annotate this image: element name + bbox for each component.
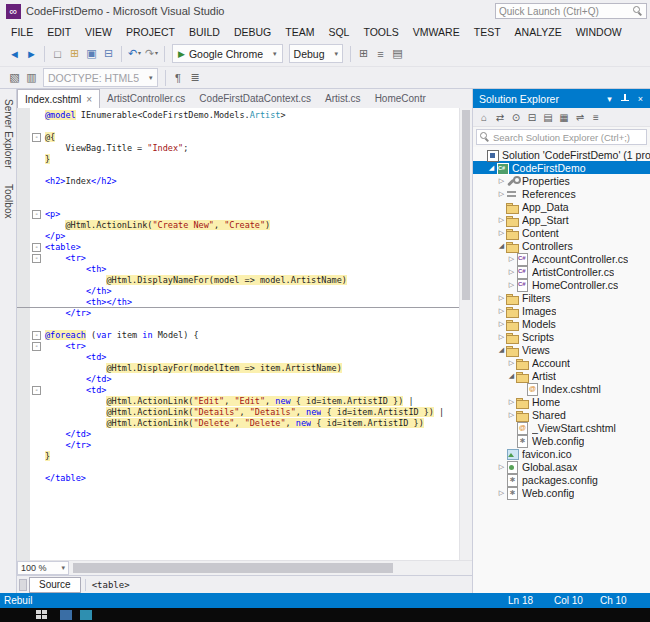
- tree-item-app-data[interactable]: App_Data: [473, 200, 650, 213]
- tree-item-home[interactable]: ▷Home: [473, 395, 650, 408]
- new-style-icon[interactable]: ▧: [6, 71, 23, 84]
- vertical-scrollbar-thumb[interactable]: [462, 110, 470, 300]
- chevron-collapsed-icon[interactable]: ▷: [507, 398, 516, 406]
- open-file-icon[interactable]: ⊞: [66, 47, 83, 60]
- tree-item-controllers[interactable]: ◢Controllers: [473, 239, 650, 252]
- chevron-expanded-icon[interactable]: ◢: [497, 242, 506, 250]
- menu-item-build[interactable]: BUILD: [182, 24, 227, 40]
- home-icon[interactable]: ⌂: [476, 112, 492, 123]
- close-icon[interactable]: ×: [633, 94, 648, 104]
- switch-views-icon[interactable]: ⇄: [492, 112, 508, 123]
- refresh-icon[interactable]: ⇌: [572, 112, 588, 123]
- fold-toggle-icon[interactable]: -: [32, 254, 41, 263]
- code-editor[interactable]: @model IEnumerable<CodeFirstDemo.Models.…: [17, 108, 472, 560]
- horizontal-scrollbar[interactable]: [69, 561, 459, 575]
- menu-item-analyze[interactable]: ANALYZE: [508, 24, 569, 40]
- fold-toggle-icon[interactable]: -: [32, 342, 41, 351]
- fold-toggle-icon[interactable]: -: [32, 331, 41, 340]
- tree-item-index-cshtml[interactable]: Index.cshtml: [473, 382, 650, 395]
- redo-icon[interactable]: ↷▾: [143, 47, 160, 60]
- chevron-down-icon[interactable]: ▾: [273, 50, 277, 58]
- editor-tab-codefirstdatacontext-cs[interactable]: CodeFirstDataContext.cs: [192, 89, 318, 108]
- menu-item-team[interactable]: TEAM: [278, 24, 321, 40]
- tree-item-favicon-ico[interactable]: favicon.ico: [473, 447, 650, 460]
- tree-item-artistcontroller-cs[interactable]: ▷ArtistController.cs: [473, 265, 650, 278]
- vertical-scrollbar[interactable]: [459, 108, 472, 560]
- chevron-collapsed-icon[interactable]: ▷: [497, 489, 506, 497]
- menu-item-view[interactable]: VIEW: [78, 24, 119, 40]
- fold-toggle-icon[interactable]: -: [32, 133, 41, 142]
- side-tab-server-explorer[interactable]: Server Explorer: [3, 99, 14, 168]
- chevron-expanded-icon[interactable]: ◢: [487, 164, 496, 172]
- tree-item-account[interactable]: ▷Account: [473, 356, 650, 369]
- tree-item-solution-codefirstdemo-1-project[interactable]: Solution 'CodeFirstDemo' (1 project): [473, 148, 650, 161]
- target-rule-icon[interactable]: ▥: [23, 71, 40, 84]
- find-in-files-icon[interactable]: ≡: [372, 48, 389, 60]
- tree-item-packages-config[interactable]: packages.config: [473, 473, 650, 486]
- chevron-collapsed-icon[interactable]: ▷: [497, 333, 506, 341]
- menu-item-window[interactable]: WINDOW: [569, 24, 629, 40]
- start-debugging-button[interactable]: ▶ Google Chrome ▾: [172, 44, 283, 63]
- chevron-collapsed-icon[interactable]: ▷: [497, 320, 506, 328]
- tree-item-shared[interactable]: ▷Shared: [473, 408, 650, 421]
- format-document-icon[interactable]: ¶: [170, 72, 187, 84]
- tree-item-models[interactable]: ▷Models: [473, 317, 650, 330]
- horizontal-scrollbar-thumb[interactable]: [73, 563, 393, 573]
- tree-item-codefirstdemo[interactable]: ◢CodeFirstDemo: [473, 161, 650, 174]
- tree-item-artist[interactable]: ◢Artist: [473, 369, 650, 382]
- chevron-expanded-icon[interactable]: ◢: [507, 372, 516, 380]
- editor-tab-artist-cs[interactable]: Artist.cs: [318, 89, 368, 108]
- outline-icon[interactable]: ≣: [187, 71, 204, 84]
- tree-item-views[interactable]: ◢Views: [473, 343, 650, 356]
- window-position-chevron-icon[interactable]: ▾: [602, 94, 617, 104]
- solution-search-input[interactable]: Search Solution Explorer (Ctrl+;): [476, 129, 647, 145]
- code-surface[interactable]: @model IEnumerable<CodeFirstDemo.Models.…: [17, 110, 459, 560]
- menu-item-project[interactable]: PROJECT: [119, 24, 182, 40]
- menu-item-debug[interactable]: DEBUG: [227, 24, 278, 40]
- tree-item-filters[interactable]: ▷Filters: [473, 291, 650, 304]
- solution-configuration-dropdown[interactable]: Debug ▾: [289, 44, 343, 63]
- tree-item-viewstart-cshtml[interactable]: _ViewStart.cshtml: [473, 421, 650, 434]
- undo-icon[interactable]: ↶▾: [126, 47, 143, 60]
- pending-changes-icon[interactable]: ⊙: [508, 112, 524, 123]
- nav-back-icon[interactable]: ◄: [6, 48, 23, 60]
- editor-tab-index-cshtml[interactable]: Index.cshtml×: [17, 89, 100, 108]
- taskbar-app-icon[interactable]: [80, 610, 92, 620]
- tree-item-homecontroller-cs[interactable]: ▷HomeController.cs: [473, 278, 650, 291]
- menu-item-vmware[interactable]: VMWARE: [406, 24, 467, 40]
- tree-item-accountcontroller-cs[interactable]: ▷AccountController.cs: [473, 252, 650, 265]
- chevron-collapsed-icon[interactable]: ▷: [507, 281, 516, 289]
- tree-item-global-asax[interactable]: ▷Global.asax: [473, 460, 650, 473]
- chevron-collapsed-icon[interactable]: ▷: [497, 463, 506, 471]
- show-all-files-icon[interactable]: ▦: [556, 112, 572, 123]
- fold-toggle-icon[interactable]: -: [32, 243, 41, 252]
- chevron-down-icon[interactable]: ▾: [155, 50, 158, 56]
- save-all-icon[interactable]: ⊟: [100, 47, 117, 60]
- quick-launch-input[interactable]: Quick Launch (Ctrl+Q): [495, 3, 647, 19]
- menu-item-file[interactable]: FILE: [4, 24, 40, 40]
- tree-item-references[interactable]: ▷References: [473, 187, 650, 200]
- menu-item-tools[interactable]: TOOLS: [356, 24, 405, 40]
- view-code-icon[interactable]: ≡: [588, 112, 604, 123]
- chevron-collapsed-icon[interactable]: ▷: [507, 255, 516, 263]
- build-icon[interactable]: ⊞: [355, 47, 372, 60]
- fold-toggle-icon[interactable]: -: [32, 386, 41, 395]
- splitter-handle-icon[interactable]: [19, 579, 27, 591]
- editor-tab-artistcontroller-cs[interactable]: ArtistController.cs: [100, 89, 192, 108]
- menu-item-sql[interactable]: SQL: [321, 24, 356, 40]
- chevron-collapsed-icon[interactable]: ▷: [507, 268, 516, 276]
- tree-item-properties[interactable]: ▷Properties: [473, 174, 650, 187]
- tree-item-web-config[interactable]: ▷Web.config: [473, 486, 650, 499]
- tree-item-scripts[interactable]: ▷Scripts: [473, 330, 650, 343]
- chevron-collapsed-icon[interactable]: ▷: [497, 229, 506, 237]
- chevron-collapsed-icon[interactable]: ▷: [507, 359, 516, 367]
- comment-icon[interactable]: ▤: [389, 47, 406, 60]
- doctype-dropdown[interactable]: DOCTYPE: HTML5 ▾: [43, 68, 158, 87]
- close-tab-icon[interactable]: ×: [86, 94, 92, 105]
- zoom-dropdown[interactable]: 100 % ▾: [17, 561, 69, 575]
- chevron-collapsed-icon[interactable]: ▷: [497, 190, 506, 198]
- source-view-tab[interactable]: Source: [29, 577, 81, 593]
- new-file-icon[interactable]: □: [49, 48, 66, 60]
- chevron-collapsed-icon[interactable]: ▷: [497, 307, 506, 315]
- menu-item-edit[interactable]: EDIT: [40, 24, 78, 40]
